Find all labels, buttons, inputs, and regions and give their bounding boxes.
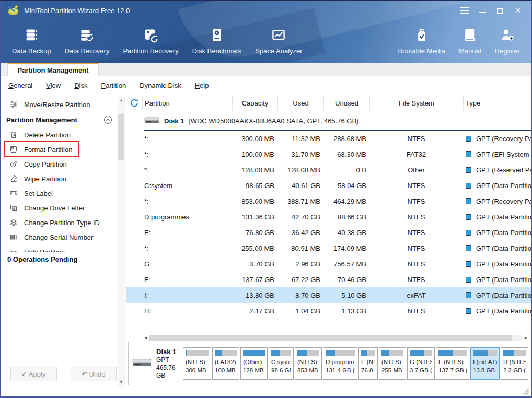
undo-button[interactable]: ↶ Undo — [71, 367, 117, 381]
refresh-icon[interactable] — [126, 95, 142, 111]
tab-partition-management[interactable]: Partition Management — [7, 63, 99, 76]
minimize-button[interactable] — [473, 4, 491, 17]
table-row-[interactable]: *:853.00 MB388.71 MB464.29 MBNTFSGPT (Re… — [126, 193, 531, 209]
disk-map-block-h-ntfs[interactable]: H:(NTFS2.2 GB (l — [501, 347, 528, 380]
apply-button[interactable]: ✓ Apply — [10, 367, 57, 381]
sidebar-item-change-drive-letter[interactable]: Change Drive Letter — [1, 201, 126, 215]
maximize-button[interactable] — [491, 4, 509, 17]
scroll-left-icon[interactable]: ◀ — [142, 336, 149, 340]
undo-arrow-icon: ↶ — [82, 370, 87, 378]
scrollbar-track[interactable] — [149, 335, 523, 341]
table-row-[interactable]: *:300.00 MB11.32 MB288.68 MBNTFSGPT (Rec… — [126, 131, 531, 146]
sidebar-item-format-partition[interactable]: Format Partition — [1, 142, 126, 157]
column-header-used[interactable]: Used — [277, 95, 323, 111]
table-row-[interactable]: *:255.00 MB80.91 MB174.09 MBNTFSGPT (Dat… — [126, 240, 531, 256]
table-row-c-system[interactable]: C:system98.65 GB40.61 GB58.04 GBNTFSGPT … — [126, 178, 531, 193]
table-row-d-programmes[interactable]: D:programmes131.36 GB42.70 GB88.66 GBNTF… — [126, 209, 531, 225]
scrollbar-thumb[interactable] — [149, 335, 512, 341]
table-row-i[interactable]: I:13.80 GB8.70 GB5.10 GBexFATGPT (Data P… — [126, 287, 531, 303]
sidebar-item-label: Format Partition — [24, 146, 72, 154]
scroll-right-icon[interactable]: ▶ — [523, 336, 529, 340]
cell-type: GPT (Data Partition) — [463, 307, 531, 315]
disk-map-block-ntfs[interactable]: (NTFS)255 MB — [379, 347, 406, 380]
sidebar-item-set-label[interactable]: Set Label — [1, 186, 126, 201]
data-recovery-icon — [79, 27, 95, 43]
toolbar-partition-recovery[interactable]: Partition Recovery — [116, 24, 185, 55]
sidebar-item-label: Move/Resize Partition — [24, 101, 90, 109]
sidebar-section-partition-management[interactable]: Partition Management — [1, 112, 126, 127]
resize-grip-icon[interactable] — [523, 389, 529, 395]
table-row-[interactable]: *:100.00 MB31.70 MB68.30 MBFAT32GPT (EFI… — [126, 146, 531, 162]
partition-table: PartitionCapacityUsedUnusedFile SystemTy… — [126, 95, 531, 387]
table-row-e[interactable]: E:76.80 GB36.42 GB40.38 GBNTFSGPT (Data … — [126, 225, 531, 240]
toolbar-data-recovery[interactable]: Data Recovery — [57, 24, 116, 55]
disk-map-block-e-nt[interactable]: E:(NT76.8 ( — [358, 347, 378, 380]
block-size-label: 76.8 ( — [361, 366, 375, 374]
menu-general[interactable]: General — [3, 79, 38, 91]
menu-dynamic-disk[interactable]: Dynamic Disk — [134, 79, 186, 91]
column-header-partition[interactable]: Partition — [142, 95, 232, 111]
sidebar-item-move-resize-partition[interactable]: Move/Resize Partition — [1, 97, 126, 112]
toolbar-space-analyzer[interactable]: Space Analyzer — [248, 24, 309, 55]
sidebar-item-change-partition-type-id[interactable]: Change Partition Type ID — [1, 215, 126, 230]
column-header-capacity[interactable]: Capacity — [232, 95, 277, 111]
sidebar-item-copy-partition[interactable]: Copy Partition — [1, 157, 126, 171]
block-label: E:(NT — [361, 358, 375, 366]
disk-map-block-other[interactable]: (Other)128 MB — [240, 347, 268, 380]
sidebar-item-wipe-partition[interactable]: Wipe Partition — [1, 171, 126, 186]
usage-bar — [215, 350, 237, 356]
sidebar-scrollbar[interactable]: ▲ ▼ — [118, 97, 125, 387]
disk-map-block-i-exfat[interactable]: I:(exFAT)13.8 GB — [470, 347, 500, 380]
cell-unused: 68.30 MB — [323, 150, 369, 158]
disk-map-block-g-ntfs[interactable]: G:(NTFS3.7 GB (l — [407, 347, 435, 380]
table-row-g[interactable]: G:3.70 GB2.96 GB756.57 MBNTFSGPT (Data P… — [126, 256, 531, 272]
usage-bar — [503, 350, 526, 356]
sidebar-item-label: Change Partition Type ID — [24, 219, 100, 227]
disk-map-block-fat32[interactable]: (FAT32)100 MB — [212, 347, 239, 380]
toolbar-disk-benchmark[interactable]: Disk Benchmark — [186, 24, 249, 55]
disk-map-block-d-program[interactable]: D:program131.4 GB (l — [323, 347, 357, 380]
hamburger-menu-button[interactable] — [456, 4, 473, 17]
menu-view[interactable]: View — [41, 79, 66, 91]
toolbar-register[interactable]: Register — [488, 24, 527, 55]
sidebar-item-delete-partition[interactable]: Delete Partition — [1, 127, 126, 142]
sidebar-item-change-serial-number[interactable]: Change Serial Number — [1, 230, 126, 244]
toolbar-bootable-media[interactable]: Bootable Media — [391, 24, 452, 55]
table-row-h[interactable]: H:2.17 GB1.04 GB1.13 GBNTFSGPT (Data Par… — [126, 303, 531, 319]
table-row-[interactable]: *:128.00 MB128.00 MB0 BOtherGPT (Reserve… — [126, 162, 531, 178]
disk-group-row[interactable]: Disk 1 (WDC WD5000AAKX-08U6AA0 SATA, GPT… — [126, 111, 531, 131]
app-window: MiniTool Partition Wizard Free 12.0 × Da… — [0, 0, 532, 398]
disk-map-panel: Disk 1 GPT 465.76 GB (NTFS)300 MB(FAT32)… — [128, 342, 529, 385]
scroll-down-icon[interactable]: ▼ — [118, 379, 125, 385]
table-row-f[interactable]: F:137.67 GB67.22 GB70.46 GBNTFSGPT (Data… — [126, 272, 531, 287]
scroll-up-icon[interactable]: ▲ — [118, 97, 125, 103]
collapse-up-icon[interactable] — [103, 115, 112, 124]
horizontal-scrollbar[interactable]: ◀ ▶ — [142, 334, 529, 341]
sidebar: Move/Resize PartitionPartition Managemen… — [1, 95, 126, 387]
column-header-type[interactable]: Type — [463, 95, 531, 111]
cell-capacity: 131.36 GB — [232, 213, 277, 221]
cell-file-system: NTFS — [369, 213, 463, 221]
cell-unused: 1.13 GB — [323, 307, 369, 315]
disk-map-block-c-syste[interactable]: C:syste98.6 GB — [269, 347, 294, 380]
menu-help[interactable]: Help — [190, 79, 214, 91]
hard-disk-3d-icon — [132, 357, 152, 370]
sidebar-item-hide-partition[interactable]: Hide Partition — [1, 244, 126, 252]
toolbar-data-backup[interactable]: Data Backup — [5, 24, 57, 55]
cell-capacity: 98.65 GB — [232, 182, 277, 190]
disk-map-block-ntfs[interactable]: (NTFS)300 MB — [183, 347, 211, 380]
disk-map-block-ntfs[interactable]: (NTFS)853 MB — [295, 347, 322, 380]
disk-info-text: (WDC WD5000AAKX-08U6AA0 SATA, GPT, 465.7… — [188, 117, 358, 125]
scrollbar-thumb[interactable] — [118, 114, 124, 160]
cell-type: GPT (Data Partition) — [463, 182, 531, 190]
close-button[interactable]: × — [509, 4, 527, 17]
type-label: GPT (Recovery Partit — [476, 197, 531, 205]
partition-type-square-icon — [466, 167, 471, 173]
app-header: MiniTool Partition Wizard Free 12.0 × Da… — [1, 1, 531, 63]
column-header-unused[interactable]: Unused — [323, 95, 369, 111]
disk-map-block-f-ntfs[interactable]: F:(NTFS)137.7 GB (L — [436, 347, 469, 380]
column-header-file-system[interactable]: File System — [369, 95, 463, 111]
toolbar-manual[interactable]: Manual — [452, 24, 488, 55]
menu-disk[interactable]: Disk — [69, 79, 92, 91]
menu-partition[interactable]: Partition — [96, 79, 132, 91]
